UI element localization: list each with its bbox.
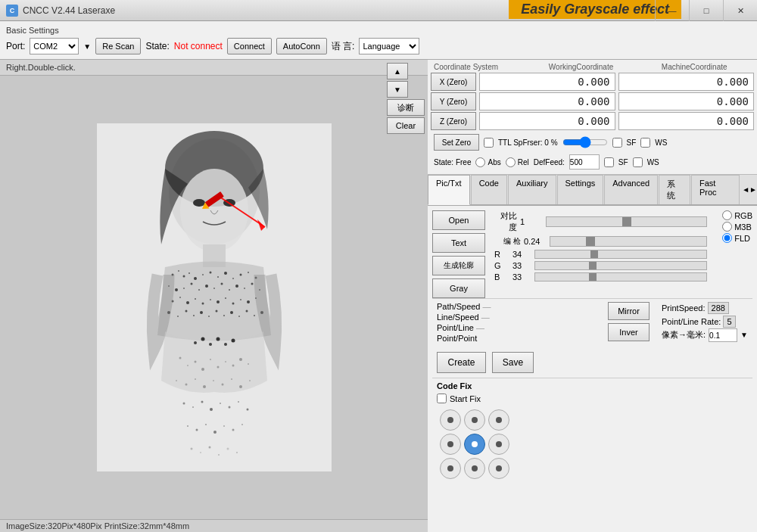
deffeed-input[interactable] (569, 154, 600, 170)
invert-button[interactable]: Inver (608, 323, 650, 341)
ws-checkbox[interactable] (640, 138, 650, 148)
sf2-checkbox[interactable] (604, 157, 614, 167)
clear-button[interactable]: Clear (387, 117, 425, 134)
svg-point-40 (225, 297, 226, 299)
contrast-slider[interactable] (546, 216, 707, 227)
pic-panel-top: Open Text 生成轮廓 Gray 对比度 1 编 枪 (432, 210, 752, 298)
minimize-button[interactable]: — (655, 0, 689, 21)
tab-auxiliary[interactable]: Auxiliary (508, 175, 556, 204)
down-button[interactable]: ▼ (387, 81, 408, 98)
ttl-checkbox[interactable] (484, 138, 494, 148)
svg-point-99 (201, 338, 204, 341)
start-fix-checkbox[interactable] (437, 394, 447, 403)
m3b-radio-label: M3B (722, 222, 752, 232)
svg-point-83 (238, 401, 239, 403)
line-speed-entry: Line/Speed — (437, 313, 596, 322)
tab-settings[interactable]: Settings (557, 175, 604, 204)
point-line-rate-row: Point/Line Rate: 5 (662, 316, 748, 329)
svg-point-87 (205, 424, 207, 425)
rgb-radio[interactable] (722, 210, 732, 220)
status-bar: ImageSize:320Pix*480Pix PrintSize:32mm*4… (0, 519, 428, 532)
toolbar-row: Port: COM2 ▼ Re Scan State: Not connect … (6, 38, 751, 54)
save-button[interactable]: Save (492, 352, 534, 373)
g-slider[interactable] (534, 261, 707, 270)
m3b-radio[interactable] (722, 222, 732, 232)
connect-button[interactable]: Connect (227, 38, 272, 54)
mirror-button[interactable]: Mirror (608, 302, 650, 320)
path-speed-label: Path/Speed (437, 302, 481, 311)
create-button[interactable]: Create (437, 352, 486, 373)
tab-system[interactable]: 系统 (659, 175, 690, 204)
port-select[interactable]: COM2 (30, 38, 79, 54)
tab-scroll-arrow[interactable]: ◄► (742, 175, 757, 204)
svg-point-18 (248, 272, 249, 273)
z-zero-button[interactable]: Z (Zero) (431, 112, 476, 130)
code-fix-section: Code Fix Start Fix (432, 378, 752, 485)
y-zero-button[interactable]: Y (Zero) (431, 92, 476, 110)
line-speed-label: Line/Speed (437, 313, 479, 322)
position-grid (437, 406, 748, 482)
fld-radio[interactable] (722, 233, 732, 243)
grid-cell-6[interactable] (440, 458, 461, 479)
svg-point-86 (195, 429, 198, 431)
grid-cell-0[interactable] (440, 409, 461, 431)
svg-point-26 (213, 288, 215, 289)
canvas-hint: Right.Double-click. (0, 60, 428, 76)
brightness-slider[interactable] (550, 236, 707, 247)
language-select[interactable]: Language (359, 38, 419, 54)
tab-fast-proc[interactable]: Fast Proc (691, 175, 740, 204)
y-machine-value: 0.000 (618, 92, 755, 110)
autoconn-button[interactable]: AutoConn (276, 38, 327, 54)
grid-cell-7[interactable] (464, 458, 485, 479)
rel-radio[interactable] (506, 157, 516, 167)
text-button[interactable]: Text (432, 233, 485, 253)
pixel-dropdown-icon[interactable]: ▼ (740, 329, 748, 341)
canvas-area[interactable] (0, 76, 428, 519)
gray-button[interactable]: Gray (432, 278, 485, 298)
pixel-input[interactable] (709, 328, 737, 342)
svg-point-53 (230, 311, 233, 314)
tab-pic-txt[interactable]: Pic/Txt (428, 175, 470, 205)
mirror-invert: Mirror Inver (608, 302, 650, 344)
outline-button[interactable]: 生成轮廓 (432, 256, 485, 275)
grid-cell-5[interactable] (488, 434, 509, 455)
spfeed-slider[interactable] (562, 137, 608, 148)
up-button[interactable]: ▲ (387, 63, 408, 79)
rgb-section: R 34 G 33 B 33 (494, 250, 707, 282)
diag-button[interactable]: 诊断 (387, 99, 425, 116)
abs-radio[interactable] (475, 157, 485, 167)
brightness-row: 编 枪 0.24 (494, 236, 707, 247)
x-zero-button[interactable]: X (Zero) (431, 73, 476, 91)
svg-point-24 (198, 289, 200, 291)
set-zero-button[interactable]: Set Zero (434, 134, 479, 151)
svg-point-13 (209, 272, 211, 274)
tab-advanced[interactable]: Advanced (604, 175, 658, 204)
grid-cell-1[interactable] (464, 409, 485, 431)
point-line-rate-value: 5 (723, 316, 735, 328)
r-slider[interactable] (534, 250, 707, 259)
b-slider[interactable] (534, 272, 707, 282)
ws2-checkbox[interactable] (633, 157, 643, 167)
grid-cell-8[interactable] (488, 458, 509, 479)
app-logo: C (6, 5, 18, 17)
open-button[interactable]: Open (432, 210, 485, 230)
contrast-value: 1 (520, 217, 543, 226)
svg-point-34 (179, 297, 181, 298)
grid-cell-4[interactable] (464, 434, 485, 455)
window-controls: — □ ✕ (655, 0, 757, 21)
sf-checkbox[interactable] (612, 138, 622, 148)
create-save-row: Create Save (432, 347, 752, 378)
svg-point-10 (188, 272, 190, 274)
close-button[interactable]: ✕ (723, 0, 757, 21)
svg-point-97 (236, 452, 238, 453)
maximize-button[interactable]: □ (689, 0, 723, 21)
grid-cell-2[interactable] (488, 409, 509, 431)
svg-point-95 (218, 454, 220, 456)
svg-point-41 (232, 303, 234, 305)
tab-code[interactable]: Code (471, 175, 507, 204)
right-panel: Coordinate System WorkingCoordinate Mach… (428, 60, 757, 532)
grid-cell-3[interactable] (440, 434, 461, 455)
lang-label: 语 言: (332, 40, 355, 53)
svg-point-29 (235, 285, 238, 288)
rescan-button[interactable]: Re Scan (95, 38, 141, 54)
